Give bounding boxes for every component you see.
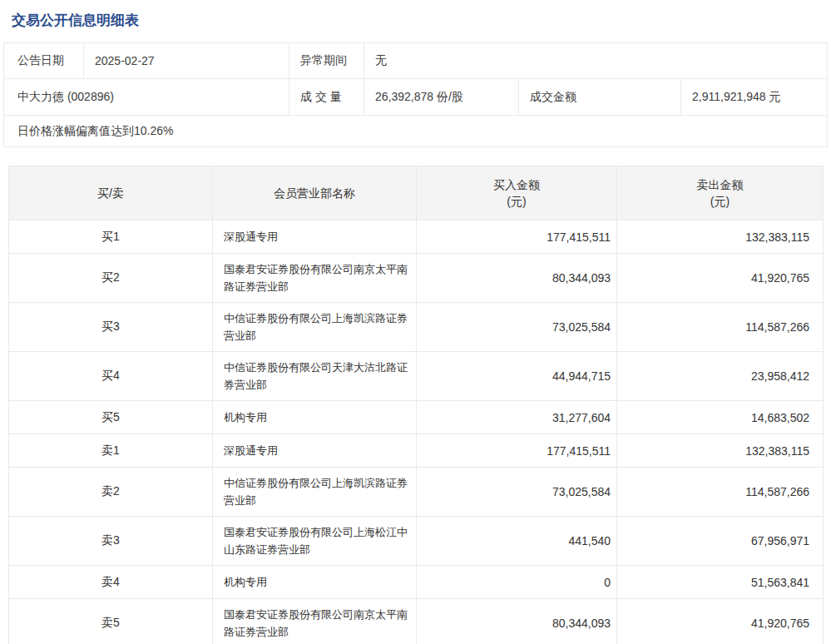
- sell-amount-cell: 132,383,115: [617, 220, 824, 254]
- col-header-side: 买/卖: [9, 166, 213, 220]
- table-row: 买3 中信证券股份有限公司上海凯滨路证券营业部 73,025,584 114,5…: [9, 303, 824, 352]
- buy-amount-cell: 73,025,584: [417, 468, 617, 517]
- info-row-note: 日价格涨幅偏离值达到10.26%: [4, 116, 828, 147]
- table-row: 买4 中信证券股份有限公司天津大沽北路证券营业部 44,944,715 23,9…: [9, 352, 824, 401]
- col-header-branch: 会员营业部名称: [213, 166, 417, 220]
- info-row-date: 公告日期 2025-02-27 异常期间 无: [4, 43, 828, 79]
- sell-amount-cell: 23,958,412: [617, 352, 824, 401]
- volume-value: 26,392,878 份/股: [364, 79, 519, 116]
- buy-amount-cell: 0: [417, 566, 617, 599]
- side-cell: 卖2: [9, 468, 213, 517]
- branch-cell: 中信证券股份有限公司天津大沽北路证券营业部: [213, 352, 417, 401]
- sell-amount-cell: 41,920,765: [617, 599, 824, 644]
- buy-amount-cell: 44,944,715: [417, 352, 617, 401]
- page-title: 交易公开信息明细表: [12, 11, 831, 30]
- col-header-sell-label: 卖出金额: [697, 178, 744, 191]
- sell-amount-cell: 67,956,971: [617, 517, 824, 566]
- table-row: 买5 机构专用 31,277,604 14,683,502: [9, 401, 824, 434]
- branch-cell: 深股通专用: [213, 434, 417, 468]
- table-row: 买2 国泰君安证券股份有限公司南京太平南路证券营业部 80,344,093 41…: [9, 254, 824, 303]
- table-row: 卖1 深股通专用 177,415,511 132,383,115: [9, 434, 824, 468]
- sell-amount-cell: 51,563,841: [617, 566, 824, 599]
- buy-amount-cell: 80,344,093: [417, 254, 617, 303]
- buy-amount-cell: 177,415,511: [417, 434, 617, 468]
- buy-amount-cell: 177,415,511: [417, 220, 617, 254]
- volume-label: 成 交 量: [289, 79, 364, 116]
- summary-info-table: 公告日期 2025-02-27 异常期间 无 中大力德 (002896) 成 交…: [3, 42, 828, 147]
- trade-detail-table: 买/卖 会员营业部名称 买入金额 (元) 卖出金额 (元) 买1 深股通专用 1…: [8, 166, 824, 644]
- buy-amount-cell: 31,277,604: [417, 401, 617, 434]
- branch-cell: 国泰君安证券股份有限公司南京太平南路证券营业部: [213, 599, 417, 644]
- side-cell: 买1: [9, 220, 213, 254]
- side-cell: 买5: [9, 401, 213, 434]
- deviation-note: 日价格涨幅偏离值达到10.26%: [4, 116, 828, 147]
- buy-amount-cell: 441,540: [417, 517, 617, 566]
- sell-amount-cell: 14,683,502: [617, 401, 824, 434]
- info-row-volume: 中大力德 (002896) 成 交 量 26,392,878 份/股 成交金额 …: [4, 79, 828, 116]
- side-cell: 卖5: [9, 599, 213, 644]
- sell-amount-cell: 132,383,115: [617, 434, 824, 468]
- sell-amount-cell: 41,920,765: [617, 254, 824, 303]
- announce-date-label: 公告日期: [4, 43, 84, 79]
- side-cell: 卖1: [9, 434, 213, 468]
- sell-amount-cell: 114,587,266: [617, 468, 824, 517]
- branch-cell: 国泰君安证券股份有限公司上海松江中山东路证券营业部: [213, 517, 417, 566]
- side-cell: 买4: [9, 352, 213, 401]
- table-header-row: 买/卖 会员营业部名称 买入金额 (元) 卖出金额 (元): [9, 166, 824, 220]
- branch-cell: 深股通专用: [213, 220, 417, 254]
- table-row: 卖3 国泰君安证券股份有限公司上海松江中山东路证券营业部 441,540 67,…: [9, 517, 824, 566]
- branch-cell: 机构专用: [213, 401, 417, 434]
- col-header-buy-unit: (元): [507, 195, 526, 208]
- branch-cell: 中信证券股份有限公司上海凯滨路证券营业部: [213, 303, 417, 352]
- col-header-buy-label: 买入金额: [493, 178, 540, 191]
- side-cell: 卖4: [9, 566, 213, 599]
- col-header-buy: 买入金额 (元): [417, 166, 617, 220]
- col-header-sell-unit: (元): [710, 195, 730, 208]
- stock-name: 中大力德 (002896): [4, 79, 289, 116]
- abnormal-period-label: 异常期间: [289, 43, 364, 79]
- buy-amount-cell: 80,344,093: [417, 599, 617, 644]
- side-cell: 买2: [9, 254, 213, 303]
- abnormal-period-value: 无: [364, 43, 828, 79]
- branch-cell: 机构专用: [213, 566, 417, 599]
- turnover-label: 成交金额: [519, 79, 681, 116]
- table-row: 卖5 国泰君安证券股份有限公司南京太平南路证券营业部 80,344,093 41…: [9, 599, 824, 644]
- table-row: 卖2 中信证券股份有限公司上海凯滨路证券营业部 73,025,584 114,5…: [9, 468, 824, 517]
- announce-date-value: 2025-02-27: [84, 43, 289, 79]
- side-cell: 卖3: [9, 517, 213, 566]
- branch-cell: 国泰君安证券股份有限公司南京太平南路证券营业部: [213, 254, 417, 303]
- turnover-value: 2,911,921,948 元: [681, 79, 828, 116]
- table-row: 卖4 机构专用 0 51,563,841: [9, 566, 824, 599]
- table-row: 买1 深股通专用 177,415,511 132,383,115: [9, 220, 824, 254]
- buy-amount-cell: 73,025,584: [417, 303, 617, 352]
- branch-cell: 中信证券股份有限公司上海凯滨路证券营业部: [213, 468, 417, 517]
- side-cell: 买3: [9, 303, 213, 352]
- col-header-sell: 卖出金额 (元): [617, 166, 824, 220]
- sell-amount-cell: 114,587,266: [617, 303, 824, 352]
